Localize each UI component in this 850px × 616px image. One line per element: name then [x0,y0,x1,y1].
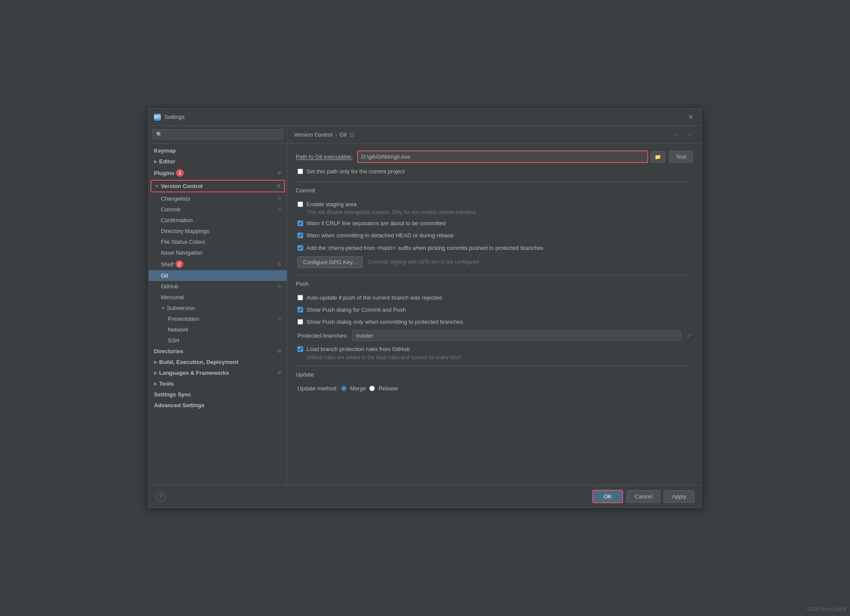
sidebar-item-github[interactable]: GitHub ⚙ [149,281,287,292]
plugins-inner: Plugins 1 [154,169,184,177]
sidebar-item-network[interactable]: Network [149,324,287,335]
sidebar-item-file-status-colors[interactable]: File Status Colors [149,236,287,247]
sidebar-item-subversion[interactable]: ▼ Subversion [149,303,287,313]
sidebar-item-github-label: GitHub [161,283,178,290]
settings-dialog: WS Settings ✕ Keymap ▶ Editor [148,108,702,508]
sidebar-item-tools-label: Tools [159,380,174,387]
sidebar-item-git-label: Git [161,272,168,279]
sidebar-item-plugins-label: Plugins [154,170,174,176]
enable-staging-label: Enable staging area [307,201,477,208]
bed-expand-icon: ▶ [154,360,157,364]
warn-detached-row: Warn when committing in detached HEAD or… [296,232,693,239]
title-bar-left: WS Settings [154,114,185,121]
path-input[interactable] [357,150,649,163]
path-label: Path to Git executable: [296,153,353,160]
dialog-title: Settings [164,114,185,120]
show-push-dialog-checkbox[interactable] [297,307,303,313]
show-push-protected-row: Show Push dialog only when committing to… [296,318,693,326]
test-button[interactable]: Test [669,151,693,163]
load-rules-sub: GitHub rules are added to the local rule… [307,354,461,361]
protected-branches-input[interactable] [352,330,681,341]
help-button[interactable]: ? [156,492,166,502]
app-icon: WS [154,114,161,121]
warn-detached-checkbox[interactable] [297,233,303,238]
tools-inner: ▶ Tools [154,380,174,387]
forward-button[interactable]: → [683,130,694,139]
lang-inner: ▶ Languages & Frameworks [154,370,229,376]
plugins-badge: 1 [176,169,184,177]
apply-button[interactable]: Apply [664,490,694,503]
vc-inner: ▼ Version Control [155,183,203,189]
sidebar-item-settings-sync[interactable]: Settings Sync [149,389,287,400]
auto-update-push-checkbox[interactable] [297,295,303,300]
search-box [149,126,287,144]
separator-1 [296,182,693,182]
expand-protected-icon[interactable]: ⤢ [685,331,693,340]
load-rules-checkbox[interactable] [297,346,303,352]
update-section-title: Update [296,371,693,380]
breadcrumb-icon: ⊡ [349,131,354,138]
merge-radio[interactable] [341,386,347,391]
sidebar-item-vc-label: Version Control [161,183,203,189]
sidebar-item-presentation[interactable]: Presentation ⚙ [149,313,287,324]
sidebar-item-directory-mappings[interactable]: Directory Mappings [149,226,287,236]
back-button[interactable]: ← [670,130,681,139]
sidebar-item-changelists-label: Changelists [161,195,190,202]
sidebar-item-plugins[interactable]: Plugins 1 ⚙ [149,167,287,179]
title-bar: WS Settings ✕ [149,109,701,126]
sidebar-item-settings-sync-label: Settings Sync [154,391,191,398]
sidebar-item-shelf[interactable]: Shelf 2 ⚙ [149,258,287,270]
rebase-radio[interactable] [369,386,375,391]
sidebar-item-svn-label: Subversion [167,305,195,311]
sidebar-item-editor[interactable]: ▶ Editor [149,156,287,167]
sidebar-item-keymap[interactable]: Keymap [149,145,287,156]
cancel-button[interactable]: Cancel [626,490,660,503]
sidebar-item-mercurial-label: Mercurial [161,294,184,300]
enable-staging-checkbox[interactable] [297,201,303,207]
path-input-wrapper: 📁 [357,150,665,163]
update-method-row: Update method: Merge Rebase [296,385,693,393]
warn-crlf-label: Warn if CRLF line separators are about t… [307,220,446,227]
sidebar-item-advanced-settings-label: Advanced Settings [154,402,205,409]
cherry-pick-row: Add the 'cherry-picked from <hash>' suff… [296,244,693,252]
enable-staging-sub: This will disable changelists support. O… [307,209,477,215]
sidebar-item-build-exec-dep[interactable]: ▶ Build, Execution, Deployment [149,357,287,367]
bottom-bar: ? OK Cancel Apply [149,485,701,507]
folder-button[interactable]: 📁 [651,151,665,163]
configure-gpg-button[interactable]: Configure GPG Key... [297,256,363,268]
close-button[interactable]: ✕ [685,112,696,122]
sidebar-item-version-control[interactable]: ▼ Version Control ⚙ [150,180,285,192]
sidebar-item-ssh[interactable]: SSH [149,335,287,346]
svn-inner: ▼ Subversion [161,305,195,311]
sidebar-item-changelists[interactable]: Changelists ⚙ [149,193,287,204]
sidebar-item-languages[interactable]: ▶ Languages & Frameworks ⚙ [149,367,287,378]
auto-update-push-row: Auto-update if push of the current branc… [296,294,693,302]
warn-crlf-checkbox[interactable] [297,220,303,226]
sidebar-item-mercurial[interactable]: Mercurial [149,292,287,303]
git-gear-icon: ⚙ [277,273,281,278]
sidebar-item-issue-nav-label: Issue Navigation [161,249,202,256]
search-input[interactable] [152,129,283,140]
enable-staging-text-block: Enable staging area This will disable ch… [307,201,477,215]
sidebar-item-advanced-settings[interactable]: Advanced Settings [149,400,287,411]
separator-3 [296,366,693,366]
sidebar: Keymap ▶ Editor Plugins 1 ⚙ [149,126,287,485]
editor-inner: ▶ Editor [154,158,176,165]
sidebar-item-tools[interactable]: ▶ Tools [149,378,287,389]
shelf-gear-icon: ⚙ [277,262,281,267]
show-push-protected-label: Show Push dialog only when committing to… [307,318,463,326]
sidebar-item-commit[interactable]: Commit ⚙ [149,204,287,215]
breadcrumb: Version Control › Git ⊡ [294,131,354,138]
cherry-pick-checkbox[interactable] [297,245,303,251]
show-push-protected-checkbox[interactable] [297,319,303,325]
lang-expand-icon: ▶ [154,370,157,375]
set-path-checkbox[interactable] [297,169,303,174]
nav-arrows: ← → [670,130,694,139]
sidebar-item-git[interactable]: Git ⚙ [149,270,287,281]
sidebar-item-confirmation[interactable]: Confirmation [149,215,287,226]
ok-button[interactable]: OK [592,490,623,503]
sidebar-item-issue-navigation[interactable]: Issue Navigation [149,247,287,258]
breadcrumb-part2: Git [339,131,347,138]
shelf-badge: 2 [176,260,183,268]
sidebar-item-directories[interactable]: Directories ⚙ [149,346,287,357]
